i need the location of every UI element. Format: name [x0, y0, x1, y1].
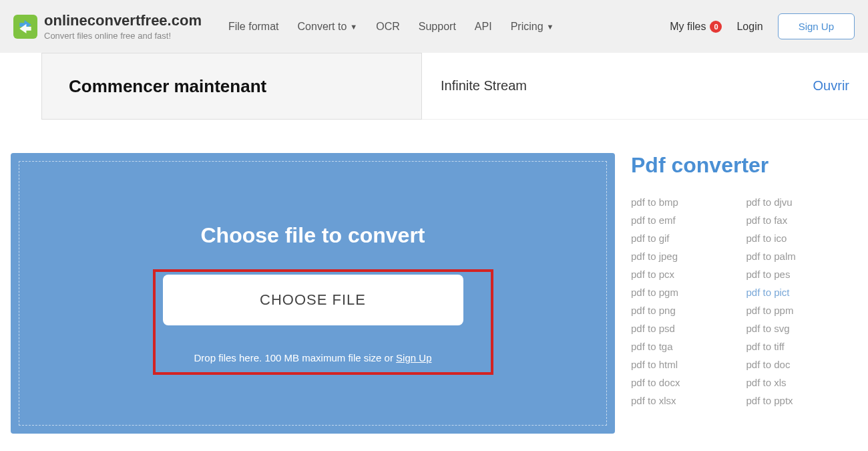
chevron-down-icon: ▼	[547, 23, 554, 31]
converter-link[interactable]: pdf to ppm	[746, 305, 855, 316]
sidebar-title: Pdf converter	[631, 153, 855, 178]
my-files-badge: 0	[710, 21, 722, 33]
dropzone-signup-link[interactable]: Sign Up	[396, 352, 431, 363]
nav-api[interactable]: API	[475, 21, 492, 33]
my-files-link[interactable]: My files 0	[670, 21, 722, 33]
converter-link[interactable]: pdf to pes	[746, 269, 855, 280]
nav-ocr[interactable]: OCR	[376, 21, 400, 33]
converter-link[interactable]: pdf to psd	[631, 323, 740, 334]
nav-convert-to-label: Convert to	[298, 21, 347, 33]
nav-pricing-label: Pricing	[511, 21, 544, 33]
dropzone-inner: Choose file to convert CHOOSE FILE Drop …	[19, 161, 607, 426]
converter-link[interactable]: pdf to tga	[631, 341, 740, 352]
header: onlineconvertfree.com Convert files onli…	[0, 0, 868, 53]
converter-link[interactable]: pdf to xls	[746, 377, 855, 388]
chevron-down-icon: ▼	[350, 23, 357, 31]
banner-left-text: Commencer maintenant	[69, 76, 266, 97]
main: Choose file to convert CHOOSE FILE Drop …	[0, 120, 868, 434]
nav-convert-to[interactable]: Convert to ▼	[298, 21, 358, 33]
converter-link[interactable]: pdf to png	[631, 305, 740, 316]
dropzone-hint: Drop files here. 100 MB maximum file siz…	[194, 352, 432, 363]
converter-link[interactable]: pdf to tiff	[746, 341, 855, 352]
banner-right: Infinite Stream Ouvrir	[422, 53, 868, 120]
banner-left[interactable]: Commencer maintenant	[41, 53, 422, 120]
dropzone-title: Choose file to convert	[200, 223, 425, 248]
banner-open-link[interactable]: Ouvrir	[813, 78, 849, 94]
converter-link[interactable]: pdf to pict	[746, 287, 855, 298]
login-link[interactable]: Login	[736, 21, 763, 33]
nav: File format Convert to ▼ OCR Support API…	[228, 21, 554, 33]
site-tagline: Convert files online free and fast!	[44, 31, 202, 41]
converter-link[interactable]: pdf to pcx	[631, 269, 740, 280]
logo-icon	[13, 15, 37, 39]
converter-link[interactable]: pdf to xlsx	[631, 395, 740, 406]
converter-link[interactable]: pdf to palm	[746, 251, 855, 262]
logo[interactable]: onlineconvertfree.com Convert files onli…	[13, 12, 202, 41]
converter-link[interactable]: pdf to docx	[631, 377, 740, 388]
banner-row: Commencer maintenant Infinite Stream Ouv…	[0, 53, 868, 120]
converter-list: pdf to bmppdf to djvupdf to emfpdf to fa…	[631, 196, 855, 406]
nav-support[interactable]: Support	[419, 21, 456, 33]
dropzone-hint-text: Drop files here. 100 MB maximum file siz…	[194, 352, 397, 363]
converter-link[interactable]: pdf to bmp	[631, 196, 740, 208]
converter-link[interactable]: pdf to emf	[631, 214, 740, 226]
nav-pricing[interactable]: Pricing ▼	[511, 21, 554, 33]
converter-link[interactable]: pdf to djvu	[746, 196, 855, 208]
my-files-label: My files	[670, 21, 706, 33]
converter-link[interactable]: pdf to fax	[746, 214, 855, 226]
signup-button[interactable]: Sign Up	[778, 13, 855, 39]
converter-link[interactable]: pdf to gif	[631, 233, 740, 244]
right-nav: My files 0 Login Sign Up	[670, 13, 855, 39]
converter-link[interactable]: pdf to ico	[746, 233, 855, 244]
converter-link[interactable]: pdf to pgm	[631, 287, 740, 298]
converter-link[interactable]: pdf to jpeg	[631, 251, 740, 262]
logo-text: onlineconvertfree.com Convert files onli…	[44, 12, 202, 41]
converter-link[interactable]: pdf to svg	[746, 323, 855, 334]
choose-file-button[interactable]: CHOOSE FILE	[163, 275, 463, 325]
converter-link[interactable]: pdf to doc	[746, 359, 855, 370]
nav-file-format[interactable]: File format	[228, 21, 279, 33]
sidebar: Pdf converter pdf to bmppdf to djvupdf t…	[631, 153, 868, 434]
site-name: onlineconvertfree.com	[44, 12, 202, 29]
converter-link[interactable]: pdf to html	[631, 359, 740, 370]
converter-link[interactable]: pdf to pptx	[746, 395, 855, 406]
dropzone[interactable]: Choose file to convert CHOOSE FILE Drop …	[11, 153, 615, 434]
banner-right-title: Infinite Stream	[441, 78, 527, 94]
